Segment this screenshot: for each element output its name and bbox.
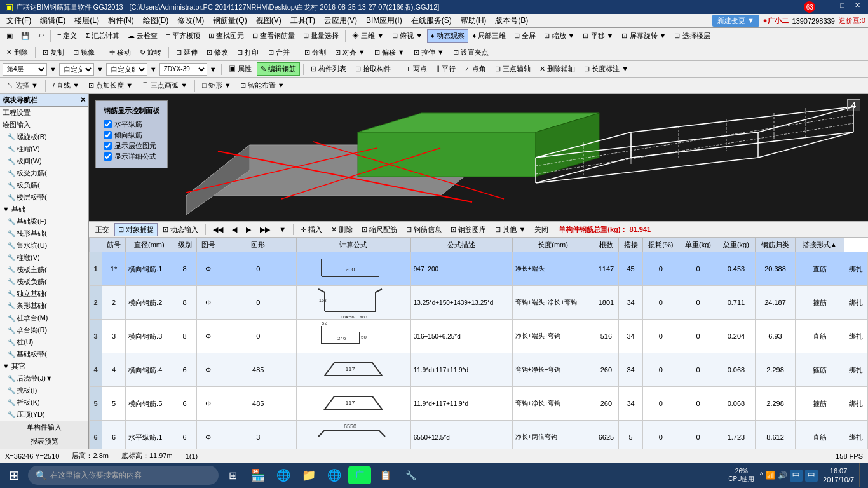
report-preview-btn[interactable]: 报表预览 [0,435,88,449]
sidebar-item-other-expand[interactable]: ▼ 其它 [0,360,88,372]
offset-btn[interactable]: ⊡ 偏移 ▼ [370,46,409,59]
pick-member-btn[interactable]: ⊡ 拾取构件 [351,62,395,76]
menu-floor[interactable]: 楼层(L) [71,14,103,27]
define-btn[interactable]: ≡ 定义 [53,29,81,43]
taskbar-app-store[interactable]: 🏪 [247,464,269,487]
sum-calc-btn[interactable]: Σ 汇总计算 [81,29,123,43]
task-view-icon[interactable]: ⊞ [221,464,244,487]
batch-select-btn[interactable]: ⊞ 批量选择 [299,29,342,43]
cb-horizontal-rebar[interactable] [104,120,112,128]
sidebar-item-raft-neg-rebar[interactable]: 🔧筏板负筋( [0,276,88,288]
sidebar-item-sump[interactable]: 🔧集水坑(U) [0,240,88,252]
sidebar-item-slab-neg-rebar[interactable]: 🔧板负筋( [0,179,88,191]
zdyx-select[interactable]: ZDYX-39 [159,63,207,76]
menu-version[interactable]: 版本号(B) [491,14,532,27]
systray-lang[interactable]: 中 [805,470,818,482]
copy-btn[interactable]: ⊡ 复制 [39,46,68,59]
taskbar-app-browser[interactable]: 🌐 [272,464,295,487]
extend-btn[interactable]: ⊡ 延伸 [172,46,201,59]
sidebar-item-project-settings[interactable]: 工程设置 [0,107,88,119]
move-btn[interactable]: ✛ 移动 [105,46,135,59]
scale-rebar-btn[interactable]: ⊡ 缩尺配筋 [358,223,401,236]
open-btn[interactable]: ▣ [3,30,17,42]
menu-tools[interactable]: 工具(T) [287,14,319,27]
col-header-laptype[interactable]: 搭接形式▲ [796,238,844,252]
select-floor-btn[interactable]: ⊡ 选择楼层 [670,29,714,43]
layer-select[interactable]: 第4层 [3,63,47,76]
check-incline-rebar[interactable]: 倾向纵筋 [104,130,159,140]
taskbar-app-folder[interactable]: 📁 [297,464,320,487]
dynamic-input-btn[interactable]: ⊡ 动态输入 [159,223,202,236]
close-table-btn[interactable]: 关闭 [531,223,552,236]
col-header-formula[interactable]: 计算公式 [296,238,410,252]
3d-btn[interactable]: ◈ 三维 ▼ [348,29,388,43]
sidebar-item-slab-force-rebar[interactable]: 🔧板受力筋( [0,167,88,179]
sidebar-item-helix-slab[interactable]: 🔧螺旋板(B) [0,131,88,143]
angle-btn[interactable]: ∠ 点角 [461,62,490,76]
sidebar-item-col-abutment[interactable]: 🔧柱墩(V) [0,252,88,264]
custom-line-select[interactable]: 自定义线 [106,63,147,76]
taskbar-search-bar[interactable]: 🔍 在这里输入你要搜索的内容 [28,466,219,485]
systray-up-arrow[interactable]: ^ [759,471,763,480]
property-btn[interactable]: ▣ 属性 [225,62,255,76]
rebar-lib-btn[interactable]: ⊡ 钢筋图库 [447,223,490,236]
col-header-num[interactable]: 筋号 [102,238,126,252]
col-header-count[interactable]: 根数 [593,238,619,252]
select-tool-btn[interactable]: ↖ 选择 ▼ [3,79,42,92]
col-header-grade[interactable]: 级别 [173,238,196,252]
zoom-btn[interactable]: ⊡ 缩放 ▼ [540,29,578,43]
add-point-btn[interactable]: ⊡ 点加长度 ▼ [85,79,137,92]
check-layer-elem[interactable]: 显示层位图元 [104,141,159,151]
sidebar-item-cantilever-slab[interactable]: 🔧挑板(I) [0,384,88,396]
minimize-button[interactable]: — [820,1,832,13]
smart-layout-btn[interactable]: ⊡ 智能布置 ▼ [236,79,288,92]
menu-view[interactable]: 视图(V) [252,14,285,27]
menu-member[interactable]: 构件(N) [104,14,138,27]
view-rebar-btn[interactable]: ⊡ 查看钢筋量 [248,29,299,43]
col-header-length[interactable]: 长度(mm) [512,238,593,252]
nav-next-next[interactable]: ▶▶ [256,224,274,236]
member-list-btn[interactable]: ⊡ 构件列表 [307,62,350,76]
sidebar-item-post-cast-strip[interactable]: 🔧后浇带(J)▼ [0,372,88,384]
three-arc-btn[interactable]: ⌒ 三点画弧 ▼ [138,79,191,92]
screen-rotate-btn[interactable]: ⊡ 屏幕旋转 ▼ [618,29,670,43]
sidebar-item-found-beam[interactable]: 🔧基础梁(F) [0,215,88,227]
sidebar-item-raft-found[interactable]: 🔧筏形基础( [0,227,88,240]
col-header-dia[interactable]: 直径(mm) [126,238,173,252]
sidebar-item-cap-beam[interactable]: 🔧承台梁(R) [0,324,88,336]
check-horizontal-rebar[interactable]: 水平纵筋 [104,119,159,129]
menu-edit[interactable]: 编辑(E) [36,14,69,27]
taskbar-app-glodon[interactable]: 广 [348,466,371,484]
custom-select[interactable]: 自定义 [59,63,94,76]
single-member-input-btn[interactable]: 单构件输入 [0,421,88,435]
nav-next[interactable]: ▶ [242,224,255,236]
table-row[interactable]: 6 6 水平纵筋.1 6 Φ 3 6550 6550+12.5*d 净长+两倍弯… [90,421,868,449]
undo-btn[interactable]: ↩ [34,30,48,42]
menu-draw[interactable]: 绘图(D) [139,14,173,27]
sidebar-item-found-slab-belt[interactable]: 🔧基础板带( [0,348,88,360]
mirror-btn[interactable]: ⊡ 镜像 [69,46,98,59]
menu-bim[interactable]: BIM应用(I) [362,14,406,27]
col-header-unitw[interactable]: 单重(kg) [679,238,717,252]
cb-detail-formula[interactable] [104,152,112,161]
sidebar-item-pile-cap[interactable]: 🔧桩承台(M) [0,312,88,324]
table-row[interactable]: 1 1* 横向钢筋.1 8 Φ 0 200 947+200 净长+端头 1147… [90,252,868,286]
sidebar-item-pile[interactable]: 🔧桩(U) [0,336,88,348]
taskbar-app-2[interactable]: 📋 [374,464,397,487]
table-row[interactable]: 5 5 横向钢筋.5 6 Φ 485 117 11.9*d+117+11.9*d… [90,387,868,421]
col-header-loss[interactable]: 损耗(%) [642,238,679,252]
menu-file[interactable]: 文件(F) [3,14,35,27]
other-btn[interactable]: ⊡ 其他 ▼ [491,223,529,236]
print-btn[interactable]: ⊡ 打印 [233,46,262,59]
taskbar-app-3[interactable]: 🔧 [399,464,422,487]
insert-btn[interactable]: ✛ 插入 [297,223,326,236]
sidebar-item-coping[interactable]: 🔧压顶(YD) [0,409,88,421]
three-point-aux-btn[interactable]: ⊡ 三点辅轴 [491,62,534,76]
cb-incline-rebar[interactable] [104,131,112,139]
close-button[interactable]: ✕ [852,1,863,13]
show-desktop-btn[interactable] [859,463,863,487]
set-point-btn[interactable]: ⊡ 设置夹点 [449,46,492,59]
fullscreen-btn[interactable]: ⊡ 全屏 [510,29,539,43]
find-elem-btn[interactable]: ⊞ 查找图元 [205,29,248,43]
systray-network[interactable]: 📶 [766,471,775,480]
